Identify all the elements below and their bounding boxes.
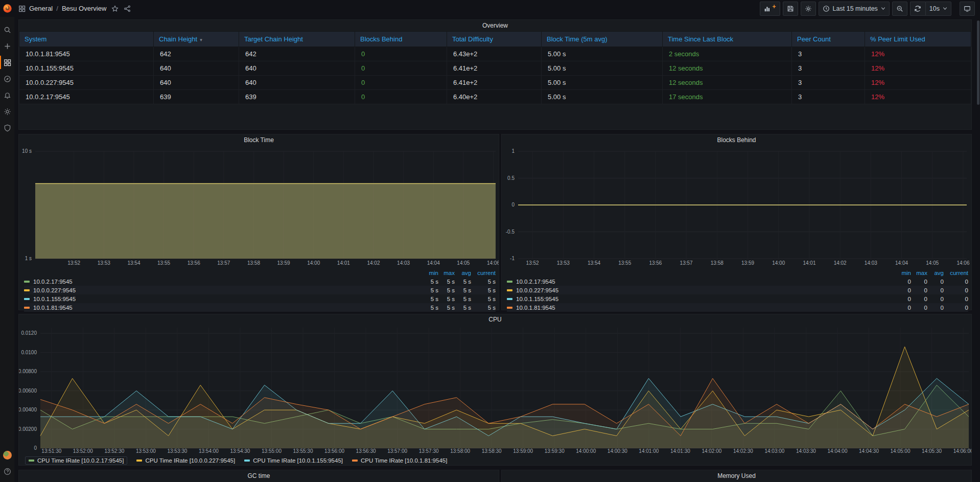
legend-header-min[interactable]: min — [895, 270, 911, 276]
dashboard-settings-button[interactable] — [801, 2, 816, 16]
series-label[interactable]: 10.0.2.17:9545 — [515, 279, 895, 285]
clock-icon — [823, 5, 830, 12]
cell-chain-height: 640 — [154, 61, 239, 76]
legend-header-avg[interactable]: avg — [927, 270, 944, 276]
legend-header-current[interactable]: current — [471, 270, 496, 276]
legend-header-min[interactable]: min — [422, 270, 438, 276]
svg-text:13:59: 13:59 — [741, 260, 754, 266]
user-avatar[interactable] — [3, 451, 12, 460]
svg-text:13:58:00: 13:58:00 — [450, 448, 470, 454]
dashboards-grid-icon — [4, 59, 11, 66]
cpu-chart[interactable]: 0.01200.01000.008000.006000.004000.00200… — [19, 325, 971, 455]
cycle-view-mode-button[interactable] — [960, 2, 975, 16]
svg-text:13:59:30: 13:59:30 — [545, 448, 565, 454]
svg-text:13:53: 13:53 — [557, 260, 570, 266]
panel-title-blocks-behind[interactable]: Blocks Behind — [502, 134, 971, 146]
add-panel-button[interactable]: + — [760, 2, 780, 16]
panel-title-overview[interactable]: Overview — [19, 20, 971, 31]
svg-text:0.0100: 0.0100 — [21, 350, 37, 355]
legend-row: 10.0.2.17:9545 5 s 5 s 5 s 5 s — [24, 277, 496, 286]
breadcrumb-separator: / — [56, 5, 58, 12]
dashboard-header: General / Besu Overview + Last 15 minute… — [14, 0, 980, 17]
panel-title-cpu[interactable]: CPU — [19, 314, 971, 325]
star-icon[interactable] — [111, 5, 119, 12]
series-label[interactable]: 10.0.1.155:9545 — [32, 296, 422, 302]
cell-total-difficulty: 6.43e+2 — [447, 47, 542, 61]
series-label: CPU Time IRate [10.0.0.227:9545] — [145, 457, 235, 464]
series-label[interactable]: 10.0.1.81:9545 — [515, 305, 895, 311]
col-header-chain-height[interactable]: Chain Height▾ — [154, 32, 239, 47]
legend-header-current[interactable]: current — [944, 270, 968, 276]
blocks-behind-chart[interactable]: 10.50-0.5-113:5213:5313:5413:5513:5613:5… — [502, 146, 971, 268]
svg-text:13:52: 13:52 — [67, 260, 80, 266]
panel-memory-used: Memory Used — [501, 470, 972, 482]
cpu-legend-item[interactable]: CPU Time IRate [10.0.2.17:9545] — [25, 456, 127, 465]
cell-peer-count: 3 — [792, 47, 865, 61]
col-header-total-difficulty[interactable]: Total Difficulty — [447, 32, 542, 47]
share-icon[interactable] — [124, 5, 131, 12]
panel-title-gc-time[interactable]: GC time — [19, 470, 499, 481]
legend-row: 10.0.1.155:9545 5 s 5 s 5 s 5 s — [24, 294, 496, 303]
legend-header-avg[interactable]: avg — [455, 270, 471, 276]
grafana-logo[interactable] — [0, 0, 14, 17]
overview-table-header-row: System Chain Height▾ Target Chain Height… — [19, 32, 971, 47]
cell-chain-height: 639 — [154, 90, 239, 104]
cpu-legend-item[interactable]: CPU Time IRate [10.0.1.81:9545] — [352, 457, 447, 464]
zoom-out-time-button[interactable] — [892, 2, 907, 16]
svg-text:13:55: 13:55 — [157, 260, 170, 266]
legend-header-max[interactable]: max — [438, 270, 455, 276]
block-time-chart[interactable]: 10 s1 s13:5213:5313:5413:5513:5613:5713:… — [19, 146, 499, 268]
breadcrumb-page-title[interactable]: Besu Overview — [62, 5, 106, 12]
overview-table: System Chain Height▾ Target Chain Height… — [19, 31, 971, 104]
cell-time-since-last-block: 17 seconds — [663, 90, 792, 104]
col-header-peer-count[interactable]: Peer Count — [792, 32, 865, 47]
cell-time-since-last-block: 2 seconds — [663, 47, 792, 61]
col-header-blocks-behind[interactable]: Blocks Behind — [355, 32, 447, 47]
col-header-block-time[interactable]: Block Time (5m avg) — [542, 32, 663, 47]
vertical-scrollbar[interactable] — [977, 20, 979, 105]
series-label[interactable]: 10.0.1.155:9545 — [515, 296, 895, 302]
refresh-interval-dropdown[interactable]: 10s — [925, 2, 951, 16]
sidebar-item-explore[interactable] — [0, 73, 14, 84]
time-range-picker[interactable]: Last 15 minutes — [819, 2, 890, 16]
cell-peer-count: 3 — [792, 76, 865, 90]
legend-header-max[interactable]: max — [911, 270, 927, 276]
svg-text:0.00200: 0.00200 — [19, 426, 37, 432]
cell-peer-limit-used: 12% — [865, 76, 971, 90]
panel-title-block-time[interactable]: Block Time — [19, 134, 499, 146]
legend-max-value: 5 s — [438, 287, 455, 293]
sidebar-item-alerting[interactable] — [0, 89, 14, 101]
refresh-button[interactable] — [910, 2, 925, 16]
series-label[interactable]: 10.0.0.227:9545 — [32, 287, 422, 293]
svg-text:13:58: 13:58 — [247, 260, 260, 266]
series-color-swatch — [244, 460, 250, 462]
series-color-swatch — [24, 281, 30, 283]
sidebar-item-help[interactable] — [0, 466, 14, 477]
series-label: CPU Time IRate [10.0.2.17:9545] — [37, 457, 124, 464]
breadcrumb: General / Besu Overview — [18, 5, 106, 12]
series-label[interactable]: 10.0.2.17:9545 — [32, 279, 422, 285]
legend-row: 10.0.1.155:9545 0 0 0 0 — [507, 294, 968, 303]
legend-max-value: 5 s — [438, 296, 455, 302]
cpu-legend-item[interactable]: CPU Time IRate [10.0.0.227:9545] — [136, 457, 235, 464]
breadcrumb-section[interactable]: General — [29, 5, 53, 12]
sidebar-item-configuration[interactable] — [0, 106, 14, 117]
series-label[interactable]: 10.0.0.227:9545 — [515, 287, 895, 293]
panel-title-memory-used[interactable]: Memory Used — [502, 470, 971, 481]
legend-max-value: 0 — [911, 305, 927, 311]
col-header-system[interactable]: System — [19, 32, 154, 47]
col-header-target-chain-height[interactable]: Target Chain Height — [239, 32, 355, 47]
sidebar-item-create[interactable] — [0, 40, 14, 52]
col-header-time-since-last-block[interactable]: Time Since Last Block — [663, 32, 792, 47]
sidebar-item-search[interactable] — [0, 24, 14, 35]
table-row: 10.0.1.155:9545 640 640 0 6.41e+2 5.00 s… — [19, 61, 971, 76]
sidebar-item-server-admin[interactable] — [0, 122, 14, 133]
search-icon — [4, 26, 11, 34]
svg-text:0.5: 0.5 — [507, 175, 515, 181]
sidebar-item-dashboards[interactable] — [0, 57, 14, 68]
col-header-peer-limit-used[interactable]: % Peer Limit Used — [865, 32, 971, 47]
series-label[interactable]: 10.0.1.81:9545 — [32, 305, 422, 311]
cell-blocks-behind: 0 — [355, 90, 447, 104]
cpu-legend-item[interactable]: CPU Time IRate [10.0.1.155:9545] — [244, 457, 343, 464]
save-dashboard-button[interactable] — [783, 2, 798, 16]
